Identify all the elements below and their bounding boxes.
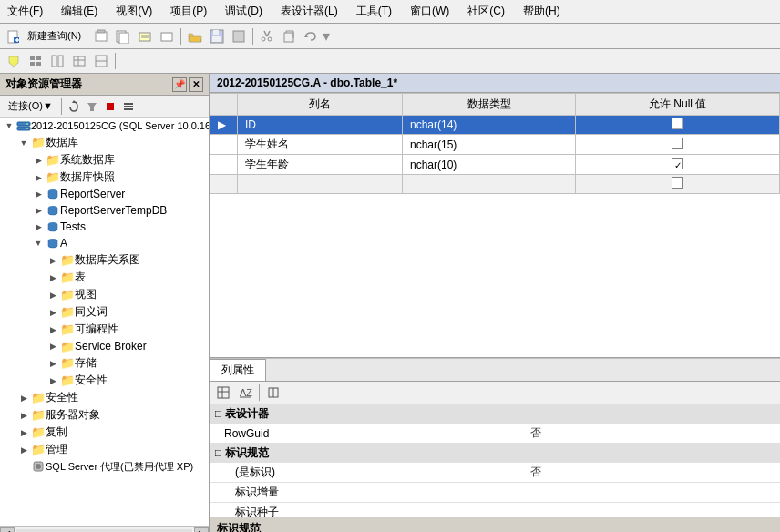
toolbar-dropdown-arrow[interactable]: ▾ [323, 27, 330, 45]
tree-server[interactable]: ▼ 2012-20150125CG (SQL Server 10.0.1600 [0, 118, 209, 134]
toolbar-btn-cut[interactable] [257, 26, 277, 46]
props-row-identity-increment[interactable]: 标识增量 [210, 483, 780, 503]
toolbar-btn-4[interactable] [135, 26, 155, 46]
tree-top-security[interactable]: ▶ 📁 安全性 [0, 389, 209, 406]
oe-stop-button[interactable] [102, 98, 118, 115]
props-row-isidentity[interactable]: (是标识) 否 [210, 463, 780, 483]
menu-file[interactable]: 文件(F) [4, 2, 46, 21]
expand-db-snapshots[interactable]: ▶ [31, 170, 46, 185]
tree-synonyms[interactable]: ▶ 📁 同义词 [0, 303, 209, 321]
tb2-btn3[interactable] [47, 51, 67, 71]
tree-a-db[interactable]: ▼ A [0, 235, 209, 251]
tb2-btn4[interactable] [69, 51, 89, 71]
scroll-right-btn[interactable]: ▶ [194, 527, 209, 533]
expand-management[interactable]: ▶ [16, 443, 31, 457]
expand-server[interactable]: ▼ [2, 118, 16, 133]
expand-tests[interactable]: ▶ [31, 220, 46, 234]
oe-pin-button[interactable]: 📌 [172, 77, 187, 92]
menu-window[interactable]: 窗口(W) [406, 2, 453, 21]
col-name-cell-3[interactable]: 学生年龄 [238, 155, 403, 175]
tree-storage[interactable]: ▶ 📁 存储 [0, 354, 209, 372]
props-tb-btn2[interactable]: AZ [235, 384, 255, 402]
empty-col-name[interactable] [238, 175, 403, 194]
expand-system-dbs[interactable]: ▶ [31, 153, 46, 168]
tree-views[interactable]: ▶ 📁 视图 [0, 286, 209, 303]
expand-reportserver[interactable]: ▶ [31, 187, 46, 201]
expand-reportservertempdb[interactable]: ▶ [31, 203, 46, 218]
tree-db-snapshots[interactable]: ▶ 📁 数据库快照 [0, 169, 209, 186]
tree-reportserver[interactable]: ▶ ReportServer [0, 186, 209, 202]
tree-db-diagram[interactable]: ▶ 📁 数据库关系图 [0, 251, 209, 269]
tree-replication[interactable]: ▶ 📁 复制 [0, 424, 209, 441]
oe-scrollbar-bottom[interactable]: ◀ ▶ [0, 526, 209, 532]
toolbar-btn-5[interactable] [157, 26, 177, 46]
tree-programmability[interactable]: ▶ 📁 可编程性 [0, 321, 209, 338]
col-type-cell-3[interactable]: nchar(10) [402, 155, 575, 175]
scroll-left-btn[interactable]: ◀ [0, 527, 15, 533]
expand-sql-agent[interactable]: ▶ [16, 459, 31, 474]
tree-databases[interactable]: ▼ 📁 数据库 [0, 134, 209, 151]
expand-top-security[interactable]: ▶ [16, 391, 31, 405]
expand-replication[interactable]: ▶ [16, 425, 31, 440]
menu-debug[interactable]: 调试(D) [221, 2, 266, 21]
col-null-cell-1[interactable] [576, 116, 780, 135]
col-name-cell-1[interactable]: ID [238, 116, 403, 135]
table-row-empty[interactable] [210, 175, 780, 194]
oe-connect-button[interactable]: 连接(O)▼ [4, 97, 57, 115]
tree-reportservertempdb[interactable]: ▶ ReportServerTempDB [0, 202, 209, 219]
null-checkbox-3[interactable] [672, 158, 683, 169]
expand-synonyms[interactable]: ▶ [46, 305, 60, 320]
expand-programmability[interactable]: ▶ [46, 322, 60, 337]
expand-db-diagram[interactable]: ▶ [46, 253, 60, 268]
tree-server-objects[interactable]: ▶ 📁 服务器对象 [0, 406, 209, 424]
menu-community[interactable]: 社区(C) [464, 2, 508, 21]
menu-tabledesigner[interactable]: 表设计器(L) [277, 2, 342, 21]
tree-management[interactable]: ▶ 📁 管理 [0, 441, 209, 458]
oe-properties-button[interactable] [120, 98, 137, 115]
toolbar-btn-gray1[interactable] [229, 26, 249, 46]
expand-views[interactable]: ▶ [46, 288, 60, 302]
menu-view[interactable]: 视图(V) [112, 2, 156, 21]
col-type-cell-2[interactable]: nchar(15) [402, 135, 575, 155]
tab-col-props[interactable]: 列属性 [210, 359, 266, 381]
table-row[interactable]: ▶ ID nchar(14) [210, 116, 780, 135]
tb2-btn1[interactable] [4, 51, 24, 71]
expand-a-security[interactable]: ▶ [46, 373, 60, 388]
menu-project[interactable]: 项目(P) [167, 2, 210, 21]
col-null-cell-3[interactable] [576, 155, 780, 175]
oe-close-button[interactable]: ✕ [189, 77, 203, 92]
new-query-label[interactable]: 新建查询(N) [26, 29, 83, 43]
props-row-rowguid[interactable]: RowGuid 否 [210, 424, 780, 444]
col-null-cell-2[interactable] [576, 135, 780, 155]
toolbar-btn-save[interactable] [207, 26, 227, 46]
oe-filter-button[interactable] [84, 98, 100, 115]
col-type-cell-1[interactable]: nchar(14) [402, 116, 575, 135]
null-checkbox-empty[interactable] [672, 177, 683, 189]
table-row[interactable]: 学生姓名 nchar(15) [210, 135, 780, 155]
tb2-btn5[interactable] [91, 51, 111, 71]
menu-help[interactable]: 帮助(H) [519, 2, 564, 21]
toolbar-btn-3[interactable] [113, 26, 133, 46]
props-row-identity-seed[interactable]: 标识种子 [210, 503, 780, 517]
tree-service-broker[interactable]: ▶ 📁 Service Broker [0, 338, 209, 354]
expand-tables[interactable]: ▶ [46, 271, 60, 285]
props-tb-btn3[interactable] [263, 384, 283, 402]
expand-a-db[interactable]: ▼ [31, 236, 46, 251]
null-checkbox-1[interactable] [672, 118, 683, 129]
expand-server-objects[interactable]: ▶ [16, 408, 31, 423]
toolbar-btn-2[interactable] [91, 26, 111, 46]
tree-tests[interactable]: ▶ Tests [0, 219, 209, 235]
menu-tools[interactable]: 工具(T) [353, 2, 395, 21]
expand-service-broker[interactable]: ▶ [46, 339, 60, 353]
expand-databases[interactable]: ▼ [16, 136, 31, 150]
tree-a-security[interactable]: ▶ 📁 安全性 [0, 372, 209, 389]
expand-storage[interactable]: ▶ [46, 356, 60, 371]
empty-col-null[interactable] [576, 175, 780, 194]
menu-edit[interactable]: 编辑(E) [57, 2, 101, 21]
toolbar-btn-gray2[interactable] [279, 26, 299, 46]
tree-system-dbs[interactable]: ▶ 📁 系统数据库 [0, 151, 209, 169]
tree-tables[interactable]: ▶ 📁 表 [0, 269, 209, 286]
props-tb-btn1[interactable] [213, 384, 233, 402]
tree-sql-agent[interactable]: ▶ SQL Server 代理(已禁用代理 XP) [0, 458, 209, 475]
new-query-button[interactable] [4, 26, 24, 46]
